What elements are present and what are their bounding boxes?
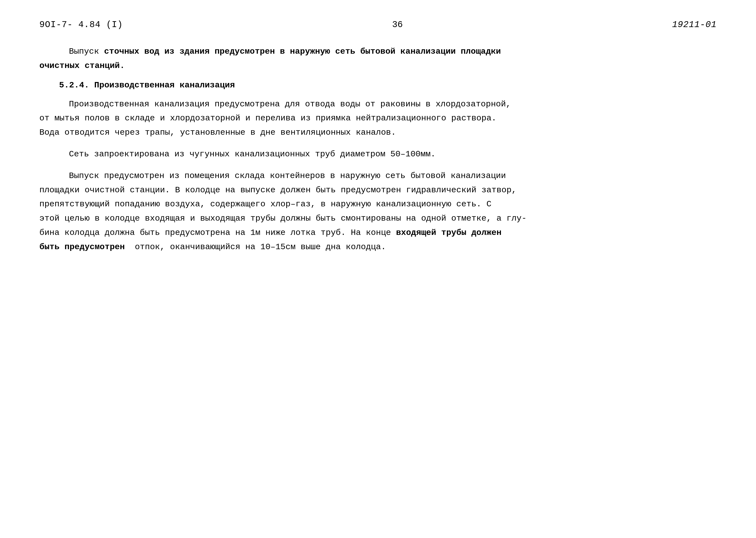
intro-paragraph: Выпуск сточных вод из здания предусмотре… xyxy=(39,45,717,73)
section-title: 5.2.4. Производственная канализация xyxy=(39,81,717,90)
paragraph2: Сеть запроектирована из чугунных канализ… xyxy=(39,147,717,162)
page: 9OI-7- 4.84 (I) 36 19211-01 Выпуск сточн… xyxy=(0,0,756,538)
header-left: 9OI-7- 4.84 (I) xyxy=(39,20,123,30)
main-content: Выпуск сточных вод из здания предусмотре… xyxy=(39,45,717,254)
paragraph1: Производственная канализация предусмотре… xyxy=(39,97,717,140)
page-header: 9OI-7- 4.84 (I) 36 19211-01 xyxy=(39,20,717,30)
paragraph3: Выпуск предусмотрен из помещения склада … xyxy=(39,169,717,254)
header-right: 19211-01 xyxy=(672,20,717,30)
page-number: 36 xyxy=(392,20,403,30)
intro-text: Выпуск сточных вод из здания предусмотре… xyxy=(69,47,501,56)
intro-text-2: очистных станций. xyxy=(39,61,125,71)
